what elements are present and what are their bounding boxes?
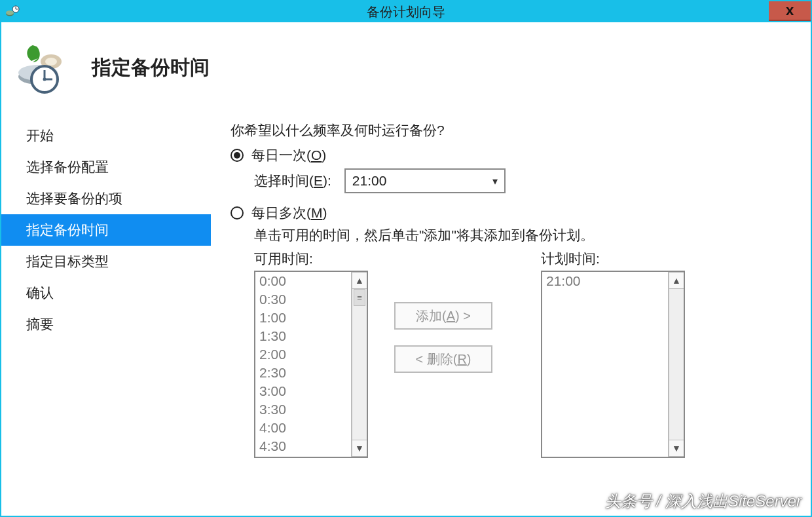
app-icon [5,5,20,19]
scrollbar[interactable]: ▲ ▼ [668,272,684,457]
time-select[interactable]: 21:00 ▾ [344,168,506,193]
list-item[interactable]: 3:00 [255,382,351,400]
list-item[interactable]: 0:00 [255,272,351,290]
sidebar-step-3[interactable]: 指定备份时间 [1,214,211,246]
radio-icon [231,206,244,220]
sidebar-step-2[interactable]: 选择要备份的项 [1,183,211,214]
wizard-window: 备份计划向导 x 指定备份时间 开始选择备份配置选择要备份的项指定备份时间指定目… [0,0,812,517]
select-time-row: 选择时间(E): 21:00 ▾ [254,168,791,193]
list-item[interactable]: 4:30 [255,437,351,455]
add-button[interactable]: 添加(A) > [394,302,492,330]
chevron-down-icon: ▾ [492,175,498,187]
radio-icon [231,149,244,162]
planned-time-listbox[interactable]: 21:00 ▲ ▼ [541,271,685,458]
sidebar-step-4[interactable]: 指定目标类型 [1,246,211,277]
window-title: 备份计划向导 [1,3,811,21]
main-content: 你希望以什么频率及何时运行备份? 每日一次(O) 选择时间(E): 21:00 … [211,113,811,516]
scroll-up-icon[interactable]: ▲ [352,272,367,289]
svg-point-8 [45,58,57,66]
list-item[interactable]: 2:30 [255,364,351,382]
radio-multiple-daily[interactable]: 每日多次(M) [231,204,791,222]
list-item[interactable]: 2:00 [255,345,351,364]
available-time-label: 可用时间: [254,250,368,268]
scroll-thumb[interactable]: ≡ [354,289,365,306]
planned-time-label: 计划时间: [541,250,685,268]
scroll-up-icon[interactable]: ▲ [669,272,684,289]
time-select-value: 21:00 [352,173,387,189]
list-item[interactable]: 1:00 [255,309,351,327]
select-time-label: 选择时间(E): [254,172,331,190]
question-text: 你希望以什么频率及何时运行备份? [231,121,791,140]
list-item[interactable]: 21:00 [542,272,668,290]
list-item[interactable]: 3:30 [255,400,351,419]
available-time-listbox[interactable]: 0:000:301:001:302:002:303:003:304:004:30… [254,271,368,458]
titlebar: 备份计划向导 x [1,1,811,22]
scroll-track[interactable] [669,289,684,440]
planned-time-column: 计划时间: 21:00 ▲ ▼ [541,250,685,458]
radio-once-daily[interactable]: 每日一次(O) [231,146,791,164]
close-icon: x [786,2,794,19]
planned-time-items: 21:00 [542,272,668,457]
sidebar-step-6[interactable]: 摘要 [1,309,211,340]
page-title: 指定备份时间 [92,54,210,81]
scroll-down-icon[interactable]: ▼ [352,440,367,457]
time-lists-row: 可用时间: 0:000:301:001:302:002:303:003:304:… [254,250,791,458]
svg-point-1 [6,10,14,15]
wizard-steps-sidebar: 开始选择备份配置选择要备份的项指定备份时间指定目标类型确认摘要 [1,113,211,516]
close-button[interactable]: x [769,1,811,21]
scroll-track[interactable]: ≡ [352,289,367,440]
list-item[interactable]: 0:30 [255,290,351,309]
transfer-buttons: 添加(A) > < 删除(R) [394,302,492,373]
scrollbar[interactable]: ▲ ≡ ▼ [351,272,367,457]
available-time-items: 0:000:301:001:302:002:303:003:304:004:30 [255,272,351,457]
wizard-icon [12,41,71,94]
radio-label: 每日多次(M) [251,204,327,222]
header: 指定备份时间 [1,22,811,113]
available-time-column: 可用时间: 0:000:301:001:302:002:303:003:304:… [254,250,368,458]
remove-button[interactable]: < 删除(R) [394,345,492,373]
instruction-text: 单击可用的时间，然后单击"添加"将其添加到备份计划。 [254,226,791,244]
list-item[interactable]: 1:30 [255,327,351,345]
radio-label: 每日一次(O) [251,146,326,164]
list-item[interactable]: 4:00 [255,419,351,437]
sidebar-step-0[interactable]: 开始 [1,120,211,151]
scroll-down-icon[interactable]: ▼ [669,440,684,457]
body: 开始选择备份配置选择要备份的项指定备份时间指定目标类型确认摘要 你希望以什么频率… [1,113,811,516]
sidebar-step-1[interactable]: 选择备份配置 [1,151,211,183]
sidebar-step-5[interactable]: 确认 [1,277,211,309]
